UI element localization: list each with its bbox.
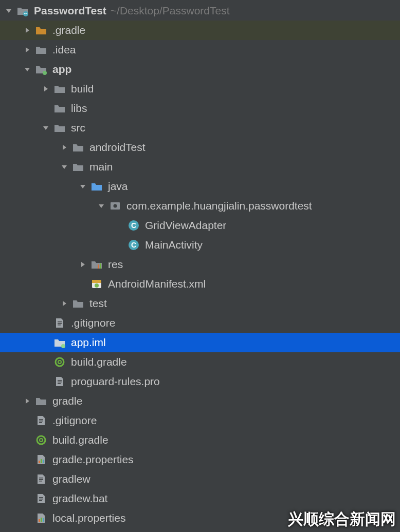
properties-icon <box>35 512 47 524</box>
gradle-icon <box>35 434 47 446</box>
node-label: test <box>89 297 107 310</box>
node-label: build.gradle <box>52 434 108 446</box>
tree-node-file[interactable]: .gitignore <box>0 411 400 430</box>
node-label: proguard-rules.pro <box>71 375 160 388</box>
node-label: app.iml <box>71 336 106 349</box>
node-label: gradlew <box>52 473 90 485</box>
node-label: PasswordTest <box>34 5 106 17</box>
tree-node-libs[interactable]: libs <box>0 99 400 118</box>
tree-node-idea[interactable]: .idea <box>0 40 400 60</box>
folder-icon <box>72 297 84 310</box>
node-label: GridViewAdapter <box>145 219 226 232</box>
folder-excluded-icon <box>35 24 47 36</box>
class-icon <box>128 239 140 251</box>
file-icon <box>35 473 47 485</box>
tree-node-file[interactable]: gradlew.bat <box>0 489 400 508</box>
folder-module-icon <box>35 63 47 75</box>
chevron-right-icon[interactable] <box>60 299 69 308</box>
node-label: main <box>89 161 113 173</box>
properties-icon <box>35 453 47 466</box>
node-label: androidTest <box>89 141 146 154</box>
tree-node-file[interactable]: build.gradle <box>0 352 400 372</box>
chevron-down-icon[interactable] <box>60 162 69 172</box>
tree-node-res[interactable]: res <box>0 255 400 274</box>
tree-node-manifest[interactable]: AndroidManifest.xml <box>0 274 400 294</box>
chevron-down-icon[interactable] <box>97 201 106 211</box>
chevron-right-icon[interactable] <box>41 84 50 93</box>
tree-node-class[interactable]: MainActivity <box>0 235 400 255</box>
gradle-icon <box>53 356 66 368</box>
file-icon <box>35 492 47 505</box>
node-label: com.example.huangjialin.passwordtest <box>126 200 312 212</box>
node-label: MainActivity <box>145 239 203 251</box>
node-label: .gitignore <box>71 317 115 329</box>
node-label: gradlew.bat <box>52 492 107 505</box>
tree-node-file[interactable]: build.gradle <box>0 430 400 450</box>
folder-icon <box>35 44 47 56</box>
watermark-text: 兴顺综合新闻网 <box>288 509 396 530</box>
tree-node-package[interactable]: com.example.huangjialin.passwordtest <box>0 196 400 216</box>
file-icon <box>53 375 66 388</box>
tree-node-gradle-dir[interactable]: .gradle <box>0 21 400 40</box>
chevron-down-icon[interactable] <box>23 65 32 74</box>
tree-node-test[interactable]: test <box>0 294 400 313</box>
node-label: .idea <box>52 44 76 56</box>
tree-node-app[interactable]: app <box>0 60 400 79</box>
chevron-right-icon[interactable] <box>23 396 32 406</box>
chevron-right-icon[interactable] <box>23 45 32 54</box>
chevron-down-icon[interactable] <box>4 6 13 15</box>
node-label: .gitignore <box>52 414 97 427</box>
tree-node-java[interactable]: java <box>0 177 400 196</box>
chevron-right-icon[interactable] <box>23 26 32 35</box>
chevron-down-icon[interactable] <box>78 182 87 191</box>
tree-node-root[interactable]: PasswordTest ~/Desktop/PasswordTest <box>0 1 400 21</box>
tree-node-gradle-folder[interactable]: gradle <box>0 391 400 411</box>
tree-node-file[interactable]: gradlew <box>0 469 400 489</box>
node-label: java <box>108 180 128 193</box>
tree-node-src[interactable]: src <box>0 118 400 138</box>
node-label: src <box>71 122 85 134</box>
file-icon <box>53 317 66 329</box>
tree-node-class[interactable]: GridViewAdapter <box>0 216 400 235</box>
tree-node-build[interactable]: build <box>0 79 400 99</box>
package-icon <box>109 200 121 212</box>
tree-node-file[interactable]: gradle.properties <box>0 450 400 469</box>
folder-icon <box>72 141 84 154</box>
tree-node-main[interactable]: main <box>0 157 400 177</box>
folder-icon <box>72 161 84 173</box>
node-label: .gradle <box>52 24 85 36</box>
folder-icon <box>35 395 47 407</box>
node-label: libs <box>71 102 87 115</box>
tree-node-androidtest[interactable]: androidTest <box>0 138 400 157</box>
project-icon <box>16 5 29 17</box>
project-tree: PasswordTest ~/Desktop/PasswordTest .gra… <box>0 0 400 528</box>
node-label: gradle <box>52 395 82 407</box>
class-icon <box>128 219 140 232</box>
node-label: res <box>108 258 123 271</box>
folder-icon <box>53 83 66 95</box>
tree-node-file[interactable]: .gitignore <box>0 313 400 333</box>
node-label: gradle.properties <box>52 453 134 466</box>
chevron-right-icon[interactable] <box>60 143 69 152</box>
file-icon <box>35 414 47 427</box>
tree-node-file[interactable]: proguard-rules.pro <box>0 372 400 391</box>
node-label: AndroidManifest.xml <box>108 278 206 290</box>
module-file-icon <box>53 336 66 349</box>
folder-icon <box>53 122 66 134</box>
folder-icon <box>53 102 66 115</box>
chevron-down-icon[interactable] <box>41 123 50 132</box>
node-label: local.properties <box>52 512 125 524</box>
node-label: build.gradle <box>71 356 127 368</box>
tree-node-app-iml[interactable]: app.iml <box>0 333 400 352</box>
node-path: ~/Desktop/PasswordTest <box>111 5 230 17</box>
node-label: build <box>71 83 94 95</box>
node-label: app <box>52 63 71 75</box>
chevron-right-icon[interactable] <box>78 260 87 269</box>
manifest-icon <box>90 278 103 290</box>
folder-source-icon <box>90 180 103 193</box>
folder-resource-icon <box>90 258 103 271</box>
